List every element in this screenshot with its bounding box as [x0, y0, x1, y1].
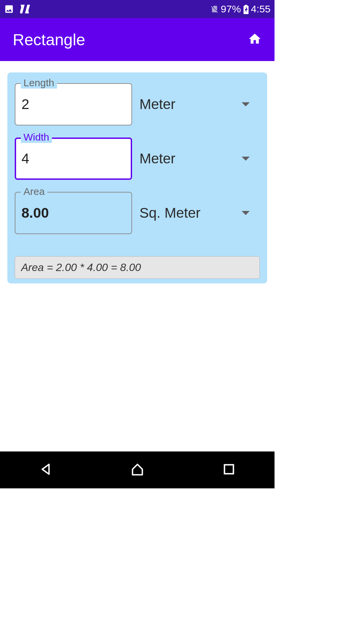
svg-rect-0 [224, 465, 233, 474]
width-unit-label: Meter [139, 151, 175, 167]
home-nav-icon [130, 462, 145, 478]
width-unit-dropdown[interactable]: Meter [139, 131, 260, 186]
width-field-wrap: Width [15, 138, 132, 180]
image-icon [4, 4, 14, 14]
area-value: 8.00 [15, 192, 132, 234]
no-sim-icon [210, 4, 219, 14]
status-bar: 97% 4:55 [0, 0, 275, 18]
chevron-down-icon [242, 102, 250, 106]
length-row: Length Meter [15, 77, 260, 131]
formula-display: Area = 2.00 * 4.00 = 8.00 [15, 256, 260, 279]
content-area: Length Meter Width Meter A [0, 61, 275, 283]
area-field-wrap: Area 8.00 [15, 192, 132, 234]
page-title: Rectangle [13, 31, 85, 49]
chevron-down-icon [242, 157, 250, 161]
battery-charging-icon [243, 4, 249, 14]
back-button[interactable] [35, 459, 57, 481]
n-icon [20, 4, 32, 14]
area-unit-dropdown[interactable]: Sq. Meter [139, 186, 260, 240]
battery-percent: 97% [221, 3, 241, 15]
width-row: Width Meter [15, 131, 260, 186]
chevron-down-icon [242, 211, 250, 215]
area-row: Area 8.00 Sq. Meter [15, 186, 260, 240]
home-icon [248, 41, 262, 47]
length-unit-dropdown[interactable]: Meter [139, 77, 260, 131]
length-field-wrap: Length [15, 83, 132, 125]
status-right: 97% 4:55 [210, 3, 270, 15]
length-unit-label: Meter [139, 96, 175, 112]
area-label: Area [21, 186, 47, 197]
back-icon [39, 462, 53, 478]
app-bar: Rectangle [0, 18, 275, 61]
width-label: Width [21, 131, 52, 143]
recents-button[interactable] [218, 459, 240, 481]
navigation-bar [0, 451, 275, 488]
recents-icon [222, 463, 236, 477]
calculator-card: Length Meter Width Meter A [7, 72, 267, 283]
length-input[interactable] [15, 83, 132, 125]
home-nav-button[interactable] [127, 459, 148, 481]
status-left [4, 4, 32, 14]
length-label: Length [21, 77, 57, 89]
status-time: 4:55 [251, 3, 270, 15]
area-unit-label: Sq. Meter [139, 205, 200, 221]
home-button[interactable] [248, 32, 262, 47]
width-input[interactable] [15, 138, 132, 180]
